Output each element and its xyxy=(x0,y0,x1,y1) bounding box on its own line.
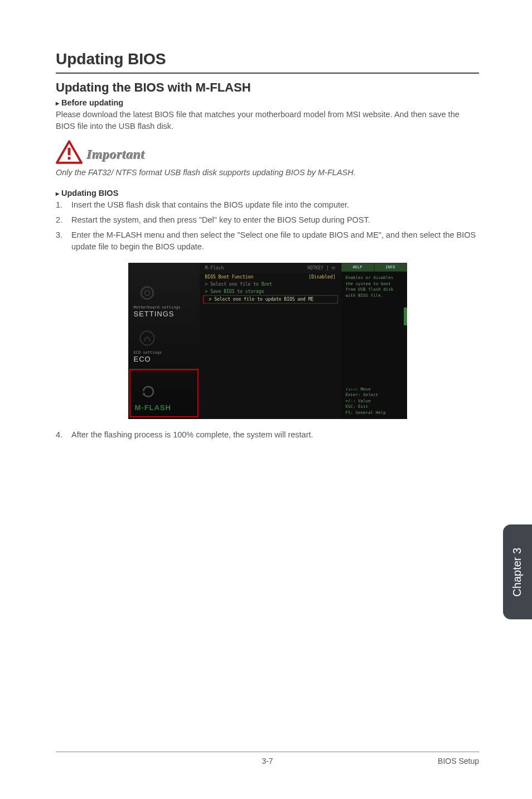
important-label: Important xyxy=(87,147,146,165)
page-footer: 3-7 BIOS Setup xyxy=(56,752,479,766)
bios-row: > Save BIOS to storage xyxy=(200,288,341,295)
chapter-tab: Chapter 3 xyxy=(503,524,532,619)
bios-row: > Select one file to Boot xyxy=(200,281,341,288)
warning-icon xyxy=(56,140,83,165)
gear-icon xyxy=(137,283,157,303)
svg-rect-2 xyxy=(68,157,71,160)
updating-bios-head: Updating BIOS xyxy=(56,189,479,198)
nav-settings-sub: Motherboard settings xyxy=(134,305,194,310)
list-item: Restart the system, and then press "Del"… xyxy=(56,214,479,226)
footer-divider xyxy=(56,752,479,752)
page-title: Updating BIOS xyxy=(56,50,479,68)
bios-left-panel: Motherboard settings SETTINGS ECO settin… xyxy=(128,263,200,419)
chapter-label: Chapter 3 xyxy=(511,547,524,596)
bios-tabs: HELP INFO xyxy=(341,263,407,272)
bios-center-panel: M-Flash HOTKEY | ⟲ BIOS Boot Function [D… xyxy=(200,263,341,419)
bios-row-value: [Disabled] xyxy=(308,275,335,280)
steps-list-cont: After the flashing process is 100% compl… xyxy=(56,429,479,441)
bios-right-panel: HELP INFO Enables or disables the system… xyxy=(341,263,407,419)
bios-header: M-Flash HOTKEY | ⟲ xyxy=(200,263,341,273)
bios-key-help: ↑↓←→: Move Enter: Select +/-: Value ESC:… xyxy=(346,387,386,416)
refresh-icon xyxy=(138,381,158,401)
divider xyxy=(56,73,479,74)
before-updating-text: Please download the latest BIOS file tha… xyxy=(56,109,479,132)
nav-mflash: M-FLASH xyxy=(129,369,199,417)
bios-title: M-Flash xyxy=(205,266,224,271)
nav-eco-label: ECO xyxy=(134,355,194,363)
svg-point-5 xyxy=(140,331,154,345)
bios-hotkey: HOTKEY | ⟲ xyxy=(307,266,335,271)
leaf-icon xyxy=(137,328,157,348)
list-item: After the flashing process is 100% compl… xyxy=(56,429,479,441)
bios-row: BIOS Boot Function [Disabled] xyxy=(200,273,341,281)
before-updating-head: Before updating xyxy=(56,98,479,107)
nav-eco: ECO settings ECO xyxy=(128,324,200,369)
bios-row-label: BIOS Boot Function xyxy=(205,275,254,280)
important-callout: Important xyxy=(56,140,479,165)
nav-settings: Motherboard settings SETTINGS xyxy=(128,278,200,324)
help-tab: HELP xyxy=(341,263,374,272)
info-tab: INFO xyxy=(374,263,407,272)
nav-mflash-label: M-FLASH xyxy=(135,403,193,412)
nav-eco-sub: ECO settings xyxy=(134,350,194,355)
bios-help-text: Enables or disables the system to boot f… xyxy=(341,272,407,302)
svg-point-4 xyxy=(144,291,149,296)
nav-settings-label: SETTINGS xyxy=(134,310,194,318)
svg-point-3 xyxy=(141,287,153,299)
svg-rect-1 xyxy=(68,148,71,155)
bios-row-selected: > Select one file to update BIOS and ME xyxy=(203,295,338,304)
list-item: Enter the M-FLASH menu and then select t… xyxy=(56,229,479,253)
bios-screenshot: Motherboard settings SETTINGS ECO settin… xyxy=(128,263,407,419)
page-number: 3-7 xyxy=(56,757,479,766)
section-title: Updating the BIOS with M-FLASH xyxy=(56,80,479,95)
important-note: Only the FAT32/ NTFS format USB flash di… xyxy=(56,167,479,179)
steps-list: Insert the USB flash disk that contains … xyxy=(56,199,479,253)
scroll-indicator xyxy=(404,307,407,325)
list-item: Insert the USB flash disk that contains … xyxy=(56,199,479,211)
